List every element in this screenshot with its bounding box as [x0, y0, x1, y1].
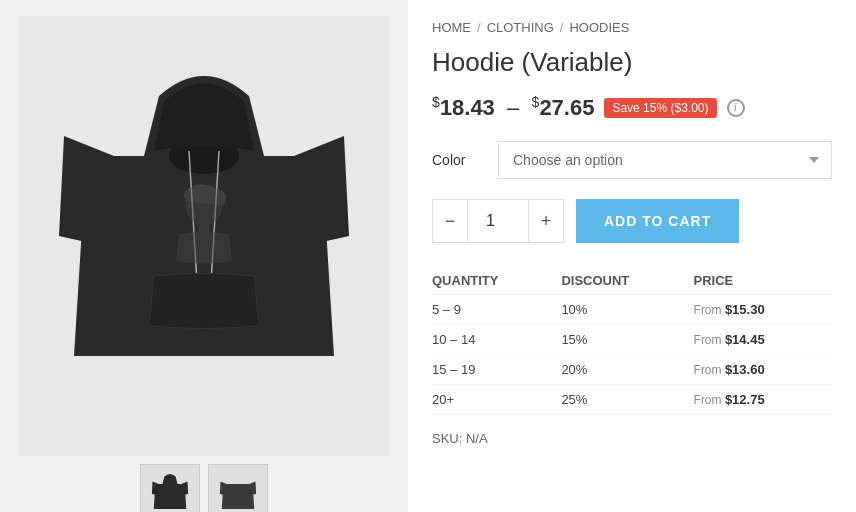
col-discount: DISCOUNT [561, 267, 693, 295]
breadcrumb-home[interactable]: HOME [432, 20, 471, 35]
discount-table: QUANTITY DISCOUNT PRICE 5 – 9 10% From $… [432, 267, 832, 415]
col-price: PRICE [694, 267, 832, 295]
thumbnail-2[interactable] [208, 464, 268, 512]
sku-label: SKU: [432, 431, 462, 446]
discount-row: 10 – 14 15% From $14.45 [432, 325, 832, 355]
hoodie-illustration [54, 36, 354, 436]
image-panel [0, 0, 408, 512]
thumbnail-strip [140, 464, 268, 512]
discount-from-3: From [694, 393, 725, 407]
discount-price-bold-3: $12.75 [725, 392, 765, 407]
discount-price-bold-1: $14.45 [725, 332, 765, 347]
discount-quantity-2: 15 – 19 [432, 355, 561, 385]
page-wrapper: HOME / CLOTHING / HOODIES Hoodie (Variab… [0, 0, 856, 512]
discount-quantity-0: 5 – 9 [432, 295, 561, 325]
price-row: $18.43 – $27.65 Save 15% ($3.00) i [432, 94, 832, 121]
breadcrumb-sep1: / [477, 20, 481, 35]
discount-table-header: QUANTITY DISCOUNT PRICE [432, 267, 832, 295]
price-min-symbol: $ [432, 94, 440, 110]
discount-percent-3: 25% [561, 385, 693, 415]
quantity-input[interactable] [468, 199, 528, 243]
breadcrumb: HOME / CLOTHING / HOODIES [432, 20, 832, 35]
detail-panel: HOME / CLOTHING / HOODIES Hoodie (Variab… [408, 0, 856, 512]
color-label: Color [432, 152, 482, 168]
discount-row: 5 – 9 10% From $15.30 [432, 295, 832, 325]
quantity-increase-button[interactable]: + [528, 199, 564, 243]
color-select[interactable]: Choose an option Black Navy Gray [498, 141, 832, 179]
discount-from-2: From [694, 363, 725, 377]
discount-price-bold-0: $15.30 [725, 302, 765, 317]
col-quantity: QUANTITY [432, 267, 561, 295]
thumbnail-1[interactable] [140, 464, 200, 512]
discount-percent-1: 15% [561, 325, 693, 355]
discount-percent-2: 20% [561, 355, 693, 385]
price-separator: – [507, 95, 519, 120]
color-row: Color Choose an option Black Navy Gray [432, 141, 832, 179]
breadcrumb-clothing[interactable]: CLOTHING [487, 20, 554, 35]
price-display: $18.43 – $27.65 [432, 94, 594, 121]
sku-value: N/A [466, 431, 488, 446]
quantity-row: − + ADD TO CART [432, 199, 832, 243]
discount-quantity-1: 10 – 14 [432, 325, 561, 355]
discount-price-1: From $14.45 [694, 325, 832, 355]
discount-price-3: From $12.75 [694, 385, 832, 415]
discount-from-0: From [694, 303, 725, 317]
add-to-cart-button[interactable]: ADD TO CART [576, 199, 739, 243]
discount-row: 15 – 19 20% From $13.60 [432, 355, 832, 385]
main-product-image [19, 16, 389, 456]
discount-row: 20+ 25% From $12.75 [432, 385, 832, 415]
save-badge: Save 15% ($3.00) [604, 98, 716, 118]
discount-quantity-3: 20+ [432, 385, 561, 415]
discount-table-body: 5 – 9 10% From $15.30 10 – 14 15% From $… [432, 295, 832, 415]
breadcrumb-hoodies[interactable]: HOODIES [569, 20, 629, 35]
price-max: 27.65 [539, 95, 594, 120]
product-title: Hoodie (Variable) [432, 47, 832, 78]
discount-from-1: From [694, 333, 725, 347]
discount-table-header-row: QUANTITY DISCOUNT PRICE [432, 267, 832, 295]
discount-percent-0: 10% [561, 295, 693, 325]
breadcrumb-sep2: / [560, 20, 564, 35]
discount-price-0: From $15.30 [694, 295, 832, 325]
info-icon[interactable]: i [727, 99, 745, 117]
price-min: 18.43 [440, 95, 495, 120]
quantity-decrease-button[interactable]: − [432, 199, 468, 243]
sku-row: SKU: N/A [432, 431, 832, 446]
discount-price-2: From $13.60 [694, 355, 832, 385]
discount-price-bold-2: $13.60 [725, 362, 765, 377]
